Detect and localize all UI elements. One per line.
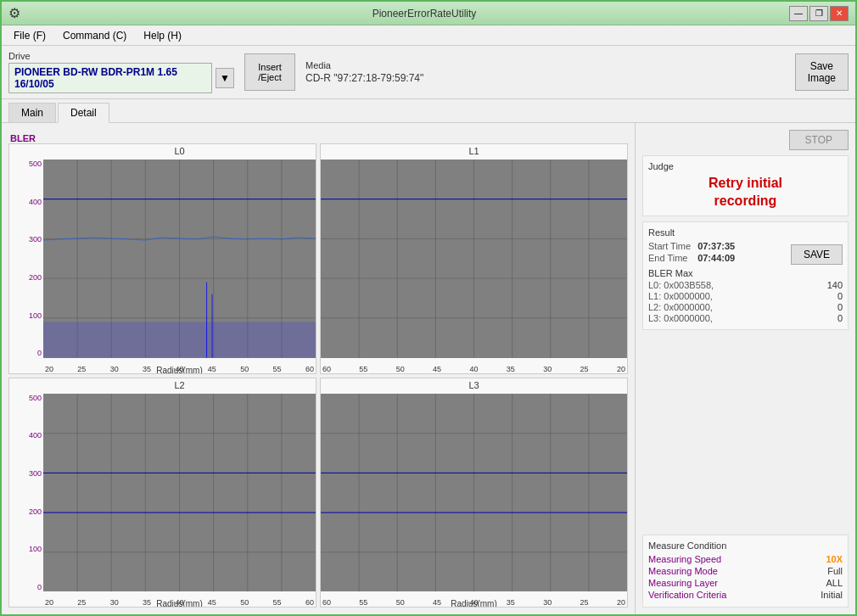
chart-inner-l1: L1 — [321, 144, 627, 373]
side-panel: STOP Judge Retry initialrecording Result… — [635, 123, 855, 614]
title-controls: — ❐ ✕ — [789, 6, 849, 21]
close-button[interactable]: ✕ — [830, 6, 849, 21]
drive-dropdown-arrow[interactable]: ▼ — [216, 68, 234, 88]
chart-l1: L1 — [320, 143, 628, 374]
restore-button[interactable]: ❐ — [809, 6, 828, 21]
judge-text: Retry initialrecording — [648, 175, 843, 210]
save-result-button[interactable]: SAVE — [791, 244, 843, 265]
measure-criteria-value: Initial — [821, 590, 843, 600]
drive-label: Drive — [8, 51, 234, 61]
bler-row-l3: L3: 0x0000000, 0 — [648, 313, 843, 323]
bler-label-l0: L0: 0x003B558, — [648, 280, 714, 290]
chart-bg-l3 — [321, 394, 627, 592]
measure-speed-label: Measuring Speed — [648, 554, 721, 564]
app-window: ⚙ PioneerErrorRateUtility — ❐ ✕ File (F)… — [0, 0, 857, 616]
chart-title-l1: L1 — [321, 146, 627, 156]
chart-l2: 500 400 300 200 100 0 L2 — [8, 378, 316, 608]
media-label: Media — [305, 60, 423, 70]
window-title: PioneerErrorRateUtility — [59, 8, 789, 20]
title-bar: ⚙ PioneerErrorRateUtility — ❐ ✕ — [2, 2, 855, 25]
main-content: BLER 500 400 300 200 100 0 L0 — [2, 123, 855, 614]
x-label-l0: Radius(mm) — [43, 366, 316, 373]
start-time-label: Start Time — [648, 241, 691, 251]
measure-row-criteria: Verification Criteria Initial — [648, 590, 843, 600]
menu-command[interactable]: Command (C) — [54, 28, 135, 43]
chart-bg-l2 — [43, 394, 316, 592]
media-field-group: Media CD-R "97:27:18-79:59:74" — [305, 60, 423, 84]
y-axis-l2: 500 400 300 200 100 0 — [9, 378, 43, 608]
bler-row-l1: L1: 0x0000000, 0 — [648, 291, 843, 301]
bler-max-title: BLER Max — [648, 268, 843, 278]
end-time-label: End Time — [648, 253, 687, 263]
menu-help[interactable]: Help (H) — [135, 28, 190, 43]
chart-l3: L3 — [320, 378, 628, 608]
end-time-row: End Time 07:44:09 — [648, 253, 735, 263]
drive-field-group: Drive PIONEER BD-RW BDR-PR1M 1.65 16/10/… — [8, 51, 234, 93]
insert-eject-button[interactable]: Insert /Eject — [244, 53, 295, 91]
judge-title: Judge — [648, 161, 843, 171]
measure-layer-value: ALL — [826, 578, 843, 588]
chart-bg-l0 — [43, 160, 316, 358]
chart-inner-l2: L2 — [43, 378, 316, 608]
judge-section: Judge Retry initialrecording — [642, 155, 849, 216]
bler-value-l2: 0 — [837, 302, 843, 312]
toolbar: Drive PIONEER BD-RW BDR-PR1M 1.65 16/10/… — [2, 46, 855, 99]
measure-criteria-label: Verification Criteria — [648, 590, 726, 600]
bler-value-l3: 0 — [837, 313, 843, 323]
bler-label: BLER — [10, 133, 36, 143]
measure-speed-value: 10X — [826, 554, 843, 564]
end-time-value: 07:44:09 — [697, 253, 735, 263]
measure-row-layer: Measuring Layer ALL — [648, 578, 843, 588]
x-axis-l1: 605550454035302520 — [321, 365, 627, 373]
measure-title: Measure Condition — [648, 540, 843, 551]
save-image-button[interactable]: Save Image — [795, 53, 849, 91]
y-axis-l0: 500 400 300 200 100 0 — [9, 144, 43, 373]
chart-title-l3: L3 — [321, 380, 627, 390]
measure-layer-label: Measuring Layer — [648, 578, 718, 588]
minimize-button[interactable]: — — [789, 6, 808, 21]
bler-label-l3: L3: 0x0000000, — [648, 313, 713, 323]
chart-title-l0: L0 — [43, 146, 316, 156]
x-label-l3: Radius(mm) — [321, 599, 627, 607]
tabs: Main Detail — [2, 99, 855, 123]
charts-grid: 500 400 300 200 100 0 L0 — [8, 143, 628, 608]
measure-row-mode: Measuring Mode Full — [648, 566, 843, 576]
measure-section: Measure Condition Measuring Speed 10X Me… — [642, 535, 849, 608]
bler-row-l2: L2: 0x0000000, 0 — [648, 302, 843, 312]
media-value: CD-R "97:27:18-79:59:74" — [305, 72, 423, 84]
drive-value: PIONEER BD-RW BDR-PR1M 1.65 16/10/05 — [8, 63, 212, 93]
chart-title-l2: L2 — [43, 380, 316, 390]
measure-mode-label: Measuring Mode — [648, 566, 718, 576]
measure-row-speed: Measuring Speed 10X — [648, 554, 843, 564]
tab-main[interactable]: Main — [8, 103, 56, 122]
start-time-row: Start Time 07:37:35 — [648, 241, 735, 251]
measure-mode-value: Full — [827, 566, 843, 576]
stop-button[interactable]: STOP — [789, 130, 849, 150]
x-label-l2: Radius(mm) — [43, 599, 316, 607]
menu-file[interactable]: File (F) — [5, 28, 54, 43]
charts-area: BLER 500 400 300 200 100 0 L0 — [2, 123, 635, 614]
chart-l0: 500 400 300 200 100 0 L0 — [8, 143, 316, 374]
spacer — [642, 335, 849, 529]
chart-bg-l1 — [321, 160, 627, 358]
svg-rect-11 — [43, 322, 316, 357]
bler-value-l0: 140 — [827, 280, 843, 290]
result-section: Result Start Time 07:37:35 End Time 07:4… — [642, 221, 849, 330]
chart-inner-l3: L3 — [321, 378, 627, 608]
tab-detail[interactable]: Detail — [58, 103, 109, 123]
bler-value-l1: 0 — [837, 291, 843, 301]
drive-select: PIONEER BD-RW BDR-PR1M 1.65 16/10/05 ▼ — [8, 63, 234, 93]
chart-inner-l0: L0 — [43, 144, 316, 373]
menu-bar: File (F) Command (C) Help (H) — [2, 25, 855, 46]
result-title: Result — [648, 227, 735, 238]
result-title-group: Result Start Time 07:37:35 End Time 07:4… — [648, 227, 735, 265]
start-time-value: 07:37:35 — [697, 241, 735, 251]
bler-label-l1: L1: 0x0000000, — [648, 291, 713, 301]
bler-label-l2: L2: 0x0000000, — [648, 302, 713, 312]
result-save-row: Result Start Time 07:37:35 End Time 07:4… — [648, 227, 843, 265]
bler-row-l0: L0: 0x003B558, 140 — [648, 280, 843, 290]
